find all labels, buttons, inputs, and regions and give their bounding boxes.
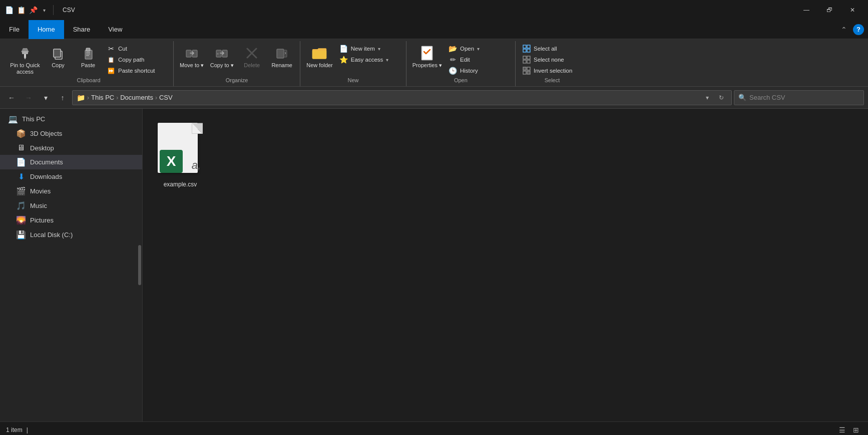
- paste-button[interactable]: Paste: [74, 43, 102, 70]
- select-none-icon: [523, 56, 531, 64]
- history-icon: 🕒: [449, 67, 457, 75]
- ribbon-group-organize: Move to ▾ + Copy to ▾: [174, 41, 300, 86]
- minimize-button[interactable]: —: [795, 0, 818, 20]
- documents-icon: 📄: [16, 157, 26, 167]
- select-none-button[interactable]: Select none: [520, 54, 585, 65]
- svg-rect-30: [527, 67, 530, 70]
- sidebar-item-label-movies: Movies: [30, 187, 51, 195]
- title-bar-dropdown[interactable]: ▾: [40, 5, 48, 15]
- svg-rect-10: [86, 54, 90, 55]
- ribbon-new-items: New folder 📄 New item ▾ ⭐ Easy access ▾: [304, 41, 402, 76]
- sidebar-scrollbar-thumb[interactable]: [138, 245, 141, 285]
- tab-home[interactable]: Home: [29, 20, 64, 39]
- select-none-label: Select none: [534, 57, 564, 63]
- close-button[interactable]: ✕: [841, 0, 864, 20]
- rename-button[interactable]: Rename: [268, 43, 296, 70]
- sidebar-item-label-3d-objects: 3D Objects: [30, 130, 62, 137]
- help-button[interactable]: ?: [853, 24, 864, 35]
- refresh-button[interactable]: ↻: [715, 92, 727, 104]
- pin-to-quick-access-button[interactable]: Pin to Quick access: [8, 43, 42, 76]
- sidebar-item-3d-objects[interactable]: 📦 3D Objects: [0, 126, 142, 141]
- cut-button[interactable]: ✂ Cut: [104, 43, 169, 54]
- svg-rect-31: [523, 71, 526, 74]
- breadcrumb-csv[interactable]: CSV: [159, 94, 173, 101]
- tab-share[interactable]: Share: [64, 20, 100, 39]
- sidebar-item-desktop[interactable]: 🖥 Desktop: [0, 141, 142, 155]
- paste-shortcut-button[interactable]: ⏩ Paste shortcut: [104, 65, 169, 76]
- quick-access-icon-2[interactable]: 📋: [16, 5, 26, 15]
- view-details-button[interactable]: ☰: [836, 424, 848, 435]
- history-label: History: [460, 68, 478, 74]
- copy-label: Copy: [52, 62, 65, 69]
- tab-file[interactable]: File: [0, 20, 29, 39]
- sidebar-item-pictures[interactable]: 🌄 Pictures: [0, 213, 142, 228]
- sidebar-item-downloads[interactable]: ⬇ Downloads: [0, 169, 142, 184]
- sidebar-item-label-pictures: Pictures: [30, 216, 54, 224]
- new-folder-button[interactable]: New folder: [304, 43, 335, 70]
- address-dropdown-button[interactable]: ▾: [701, 92, 713, 104]
- select-all-button[interactable]: Select all: [520, 43, 585, 54]
- maximize-button[interactable]: 🗗: [818, 0, 841, 20]
- collapse-ribbon-button[interactable]: ⌃: [837, 23, 851, 37]
- sidebar-item-label-local-disk: Local Disk (C:): [30, 231, 73, 239]
- svg-rect-2: [22, 51, 28, 54]
- svg-rect-8: [86, 48, 90, 51]
- svg-rect-32: [527, 71, 530, 74]
- svg-rect-25: [523, 56, 526, 59]
- pin-quick-access-label: Pin to Quick access: [10, 62, 40, 75]
- music-icon: 🎵: [16, 201, 26, 210]
- invert-selection-button[interactable]: Invert selection: [520, 65, 585, 76]
- copy-button[interactable]: Copy: [44, 43, 72, 70]
- recent-locations-button[interactable]: ▾: [38, 90, 53, 105]
- up-button[interactable]: ↑: [55, 90, 70, 105]
- new-item-button[interactable]: 📄 New item ▾: [337, 43, 402, 54]
- paste-label: Paste: [81, 62, 95, 69]
- svg-rect-21: [523, 45, 526, 48]
- quick-access-icon-3[interactable]: 📌: [28, 5, 38, 15]
- svg-rect-9: [86, 52, 90, 53]
- copy-to-button[interactable]: + Copy to ▾: [208, 43, 236, 70]
- svg-rect-22: [527, 45, 530, 48]
- ribbon-clipboard-items: Pin to Quick access Copy: [8, 41, 169, 76]
- properties-button[interactable]: Properties ▾: [410, 43, 444, 70]
- edit-button[interactable]: ✏ Edit: [446, 54, 511, 65]
- open-button[interactable]: 📂 Open ▾: [446, 43, 511, 54]
- sidebar-item-label-downloads: Downloads: [30, 173, 62, 180]
- address-bar[interactable]: 📁 › This PC › Documents › CSV ▾ ↻: [72, 90, 732, 105]
- new-item-icon: 📄: [340, 45, 348, 53]
- sidebar-item-documents[interactable]: 📄 Documents: [0, 155, 142, 169]
- ribbon-select-items: Select all Select none: [520, 41, 585, 76]
- ribbon-group-new: New folder 📄 New item ▾ ⭐ Easy access ▾ …: [300, 41, 406, 86]
- easy-access-icon: ⭐: [340, 56, 348, 64]
- forward-button[interactable]: →: [21, 90, 36, 105]
- csv-excel-badge: X: [160, 150, 183, 173]
- file-item-example-csv[interactable]: X a, example.csv: [153, 119, 208, 192]
- ribbon-group-open: Properties ▾ 📂 Open ▾ ✏ Edit 🕒 History: [406, 41, 516, 86]
- breadcrumb-this-pc[interactable]: This PC: [91, 94, 114, 101]
- move-to-button[interactable]: Move to ▾: [178, 43, 206, 70]
- view-icons-button[interactable]: ⊞: [850, 424, 862, 435]
- copy-path-button[interactable]: 📋 Copy path: [104, 54, 169, 65]
- status-bar-right: ☰ ⊞: [836, 424, 862, 435]
- svg-rect-12: [186, 50, 191, 57]
- quick-access-icon-1[interactable]: 📄: [4, 5, 14, 15]
- svg-rect-23: [523, 49, 526, 52]
- breadcrumb-documents[interactable]: Documents: [120, 94, 153, 101]
- status-cursor: |: [27, 426, 28, 433]
- sidebar-item-music[interactable]: 🎵 Music: [0, 198, 142, 213]
- sidebar-item-local-disk[interactable]: 💾 Local Disk (C:): [0, 228, 142, 242]
- sidebar-item-movies[interactable]: 🎬 Movies: [0, 184, 142, 198]
- tab-view[interactable]: View: [99, 20, 131, 39]
- new-folder-label: New folder: [306, 62, 333, 69]
- easy-access-button[interactable]: ⭐ Easy access ▾: [337, 54, 402, 65]
- search-icon: 🔍: [738, 94, 746, 101]
- sidebar-item-this-pc[interactable]: 💻 This PC: [0, 112, 142, 126]
- back-button[interactable]: ←: [4, 90, 19, 105]
- rename-label: Rename: [271, 62, 292, 69]
- ribbon-organize-items: Move to ▾ + Copy to ▾: [178, 41, 296, 76]
- history-button[interactable]: 🕒 History: [446, 65, 511, 76]
- delete-button[interactable]: Delete: [238, 43, 266, 70]
- svg-rect-29: [523, 67, 526, 70]
- search-bar[interactable]: 🔍 Search CSV: [734, 90, 864, 105]
- svg-rect-11: [86, 55, 89, 56]
